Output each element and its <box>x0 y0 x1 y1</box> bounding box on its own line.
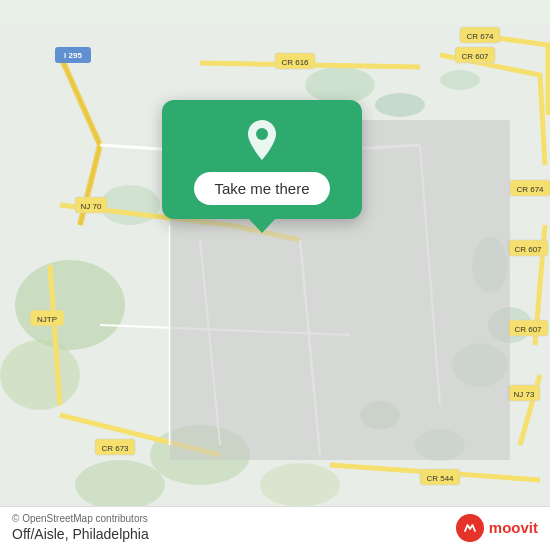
svg-text:CR 607: CR 607 <box>461 52 489 61</box>
svg-text:NJTP: NJTP <box>37 315 57 324</box>
svg-text:CR 616: CR 616 <box>281 58 309 67</box>
bottom-info-bar: © OpenStreetMap contributors Off/Aisle, … <box>0 506 550 550</box>
svg-point-13 <box>75 460 165 510</box>
svg-point-10 <box>15 260 125 350</box>
svg-text:I 295: I 295 <box>64 51 82 60</box>
osm-attribution: © OpenStreetMap contributors <box>12 513 149 524</box>
svg-text:NJ 73: NJ 73 <box>514 390 535 399</box>
moovit-icon <box>456 514 484 542</box>
svg-text:CR 673: CR 673 <box>101 444 129 453</box>
svg-text:CR 607: CR 607 <box>514 325 542 334</box>
location-label: Off/Aisle, Philadelphia <box>12 526 149 542</box>
svg-point-1 <box>305 67 375 103</box>
svg-point-2 <box>375 93 425 117</box>
svg-text:CR 674: CR 674 <box>466 32 494 41</box>
svg-point-11 <box>0 340 80 410</box>
svg-point-4 <box>100 185 160 225</box>
svg-text:CR 607: CR 607 <box>514 245 542 254</box>
svg-text:CR 544: CR 544 <box>426 474 454 483</box>
svg-point-14 <box>260 463 340 507</box>
take-me-there-button[interactable]: Take me there <box>194 172 329 205</box>
map-container: I 295 CR 616 CR 607 CR 674 CR 674 NJ 70 … <box>0 0 550 550</box>
svg-text:CR 674: CR 674 <box>516 185 544 194</box>
svg-point-3 <box>440 70 480 90</box>
svg-text:NJ 70: NJ 70 <box>81 202 102 211</box>
svg-point-39 <box>256 128 268 140</box>
location-pin-icon <box>240 118 284 162</box>
moovit-label: moovit <box>489 519 538 536</box>
moovit-branding: moovit <box>456 514 538 542</box>
location-popup-card: Take me there <box>162 100 362 219</box>
